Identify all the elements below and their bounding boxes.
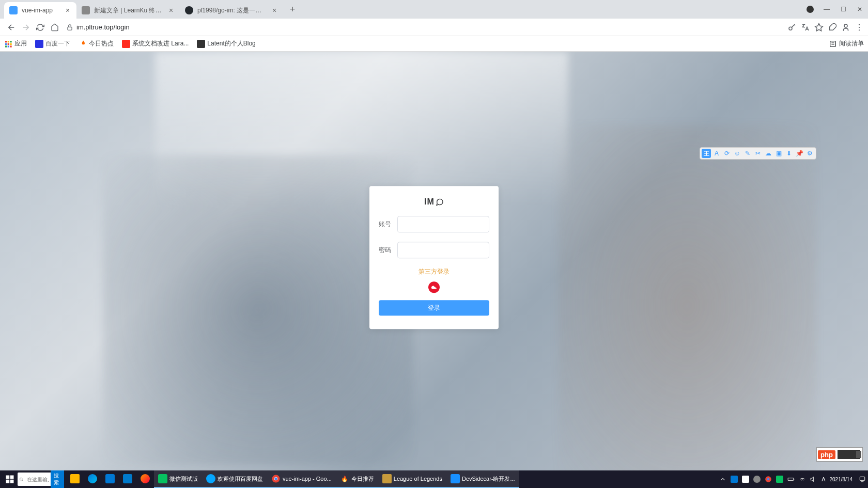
ime-icon[interactable]: A (822, 476, 825, 482)
minimize-button[interactable]: — (818, 1, 835, 18)
notification-icon[interactable] (859, 476, 866, 483)
svg-point-4 (859, 26, 860, 27)
gear-icon[interactable]: ⚙ (805, 149, 814, 158)
close-icon[interactable]: × (64, 7, 71, 14)
weibo-icon[interactable] (428, 281, 440, 293)
taskbar-item-lol[interactable]: League of Legends (378, 470, 446, 488)
edit-icon[interactable]: ✎ (743, 149, 752, 158)
taskbar-item-chrome[interactable]: vue-im-app - Goo... (267, 470, 336, 488)
close-icon[interactable]: × (167, 7, 175, 14)
password-input[interactable] (397, 242, 489, 258)
forward-button[interactable] (19, 20, 33, 35)
taskbar-label: 今日推荐 (351, 475, 374, 483)
home-button[interactable] (48, 20, 62, 35)
toolbar-badge-icon[interactable]: 王 (702, 149, 711, 158)
php-badge[interactable]: php (816, 447, 863, 462)
tray-icon[interactable] (742, 476, 749, 483)
tab-favicon-icon (185, 6, 193, 14)
apps-button[interactable]: 应用 (4, 39, 27, 48)
folder-icon (70, 474, 80, 483)
key-icon[interactable] (787, 23, 797, 32)
taskbar-item-baidu[interactable]: 欢迎使用百度网盘 (202, 470, 267, 488)
back-button[interactable] (4, 20, 19, 35)
svg-rect-9 (5, 43, 7, 44)
svg-point-22 (20, 478, 22, 480)
close-button[interactable]: ✕ (851, 1, 868, 18)
profile-icon[interactable] (841, 23, 850, 32)
image-icon[interactable]: ▣ (774, 149, 783, 158)
cloud-icon[interactable]: ☁ (764, 149, 773, 158)
taskbar-item-wechat[interactable]: 微信测试版 (154, 470, 202, 488)
tab-title: vue-im-app (22, 7, 61, 14)
svg-rect-11 (10, 43, 11, 44)
taskbar-item-flame[interactable]: 🔥今日推荐 (336, 470, 378, 488)
wechat-tray-icon[interactable] (776, 476, 783, 483)
vscode-icon (123, 474, 132, 483)
search-button[interactable]: 搜索 (51, 470, 64, 488)
rotate-icon[interactable]: ⟳ (722, 149, 732, 158)
translate-icon[interactable] (801, 23, 810, 32)
svg-rect-8 (10, 41, 11, 42)
text-icon[interactable]: A (712, 149, 721, 158)
wechat-icon (158, 474, 167, 483)
url-box[interactable]: im.pltrue.top/login (66, 23, 783, 31)
taskbar-date: 2021/8/14 (830, 477, 853, 482)
taskbar-item-vscode[interactable] (119, 470, 136, 488)
reload-button[interactable] (33, 20, 48, 35)
tray-up-icon[interactable] (719, 476, 726, 483)
taskbar-item-dev[interactable]: DevSidecar-给开发... (446, 470, 519, 488)
chat-icon (436, 198, 444, 206)
bookmark-item[interactable]: 系统文档改进 Lara... (122, 39, 189, 48)
new-tab-button[interactable]: + (285, 2, 300, 17)
search-input[interactable] (25, 477, 51, 482)
taskbar-label: DevSidecar-给开发... (462, 475, 515, 483)
download-icon[interactable]: ⬇ (784, 149, 794, 158)
wifi-icon[interactable] (799, 476, 806, 483)
lock-icon (66, 24, 73, 31)
close-icon[interactable]: × (271, 7, 278, 14)
bookmark-label: 今日热点 (89, 39, 114, 48)
bookmark-label: Latent的个人Blog (207, 39, 255, 48)
emoji-icon[interactable]: ☺ (733, 149, 742, 158)
tray-icon[interactable] (753, 476, 761, 483)
edge-icon (88, 474, 97, 483)
address-bar: im.pltrue.top/login (0, 19, 868, 36)
pin-icon[interactable]: 📌 (795, 149, 804, 158)
tab-2[interactable]: 新建文章 | LearnKu 终身编程者... × (76, 2, 180, 19)
username-input[interactable] (397, 216, 489, 232)
tab-3[interactable]: pl1998/go-im: 这是一个golan... × (180, 2, 283, 19)
taskbar-item-edge[interactable] (84, 470, 101, 488)
star-icon[interactable] (814, 23, 824, 32)
extensions-icon[interactable] (828, 23, 837, 32)
taskbar-time[interactable]: 2021/8/14 (830, 477, 855, 482)
maximize-button[interactable]: ☐ (835, 1, 851, 18)
login-button[interactable]: 登录 (379, 300, 489, 316)
svg-rect-12 (5, 45, 7, 47)
record-icon[interactable] (802, 1, 818, 18)
taskbar-item-folder[interactable] (66, 470, 84, 488)
bookmark-item[interactable]: 今日热点 (79, 39, 114, 48)
battery-icon[interactable] (787, 476, 795, 483)
start-button[interactable] (5, 475, 14, 484)
bookmark-item[interactable]: Latent的个人Blog (197, 39, 255, 48)
volume-icon[interactable] (810, 476, 817, 483)
reading-list-button[interactable]: 阅读清单 (829, 39, 864, 48)
menu-icon[interactable] (855, 23, 864, 32)
svg-rect-20 (6, 480, 10, 483)
taskbar-item-firefox[interactable] (136, 470, 154, 488)
bookmark-label: 系统文档改进 Lara... (132, 39, 189, 48)
svg-rect-6 (5, 41, 7, 42)
floating-toolbar[interactable]: 王 A ⟳ ☺ ✎ ✂ ☁ ▣ ⬇ 📌 ⚙ (700, 147, 816, 160)
taskbar-item-settings[interactable] (101, 470, 119, 488)
svg-point-28 (767, 478, 770, 481)
tray-icon[interactable] (731, 476, 738, 483)
chrome-tray-icon[interactable] (765, 476, 772, 483)
apps-label: 应用 (14, 39, 27, 48)
bookmark-item[interactable]: 百度一下 (35, 39, 70, 48)
password-row: 密码 (379, 242, 489, 258)
taskbar-search[interactable]: 搜索 (18, 473, 64, 486)
tab-1[interactable]: vue-im-app × (4, 2, 76, 19)
taskbar-label: vue-im-app - Goo... (283, 476, 332, 482)
cut-icon[interactable]: ✂ (753, 149, 763, 158)
favicon-icon (197, 40, 205, 48)
